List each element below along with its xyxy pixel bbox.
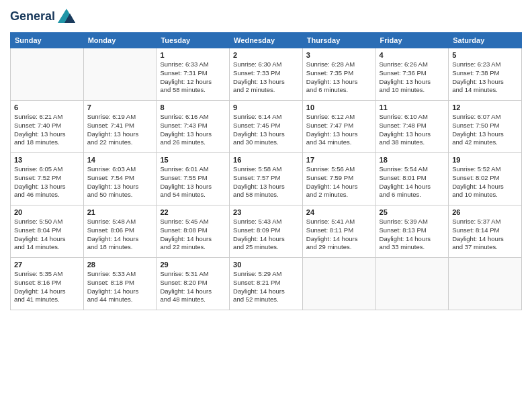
day-info: Sunrise: 5:43 AMSunset: 8:09 PMDaylight:… [233, 218, 299, 252]
calendar-cell: 2Sunrise: 6:30 AMSunset: 7:33 PMDaylight… [230, 48, 303, 101]
calendar-cell: 25Sunrise: 5:39 AMSunset: 8:13 PMDayligh… [375, 205, 449, 258]
calendar-cell: 20Sunrise: 5:50 AMSunset: 8:04 PMDayligh… [11, 205, 84, 258]
weekday-header: Monday [83, 33, 157, 48]
day-number: 18 [380, 156, 445, 164]
calendar-cell: 3Sunrise: 6:28 AMSunset: 7:35 PMDaylight… [302, 48, 375, 101]
day-info: Sunrise: 5:29 AMSunset: 8:21 PMDaylight:… [233, 270, 299, 304]
day-number: 6 [14, 103, 80, 111]
day-number: 10 [306, 103, 372, 111]
day-number: 8 [160, 103, 226, 111]
calendar-cell: 19Sunrise: 5:52 AMSunset: 8:02 PMDayligh… [449, 153, 522, 205]
page: General SundayMondayTuesdayWednesdayThur… [0, 0, 532, 411]
day-number: 23 [233, 208, 299, 216]
day-info: Sunrise: 6:03 AMSunset: 7:54 PMDaylight:… [87, 165, 153, 199]
day-info: Sunrise: 5:35 AMSunset: 8:16 PMDaylight:… [14, 270, 80, 304]
calendar-cell: 14Sunrise: 6:03 AMSunset: 7:54 PMDayligh… [83, 153, 157, 205]
day-number: 13 [14, 156, 80, 164]
calendar-cell: 17Sunrise: 5:56 AMSunset: 7:59 PMDayligh… [302, 153, 375, 205]
day-info: Sunrise: 6:12 AMSunset: 7:47 PMDaylight:… [306, 113, 372, 147]
header: General [10, 7, 522, 27]
calendar-cell: 27Sunrise: 5:35 AMSunset: 8:16 PMDayligh… [11, 258, 84, 310]
weekday-header: Wednesday [230, 33, 303, 48]
day-number: 27 [14, 261, 80, 269]
day-number: 11 [380, 103, 445, 111]
logo-icon [56, 7, 77, 27]
day-info: Sunrise: 6:14 AMSunset: 7:45 PMDaylight:… [233, 113, 299, 147]
day-number: 3 [306, 51, 372, 59]
calendar-cell [449, 258, 522, 310]
calendar-cell: 16Sunrise: 5:58 AMSunset: 7:57 PMDayligh… [230, 153, 303, 205]
day-info: Sunrise: 5:33 AMSunset: 8:18 PMDaylight:… [87, 270, 153, 304]
day-info: Sunrise: 6:10 AMSunset: 7:48 PMDaylight:… [380, 113, 445, 147]
day-info: Sunrise: 5:41 AMSunset: 8:11 PMDaylight:… [306, 218, 372, 252]
calendar-cell: 24Sunrise: 5:41 AMSunset: 8:11 PMDayligh… [302, 205, 375, 258]
logo-text: General [10, 10, 55, 24]
day-info: Sunrise: 6:21 AMSunset: 7:40 PMDaylight:… [14, 113, 80, 147]
day-number: 22 [160, 208, 226, 216]
calendar-week-row: 27Sunrise: 5:35 AMSunset: 8:16 PMDayligh… [11, 258, 522, 310]
day-info: Sunrise: 6:30 AMSunset: 7:33 PMDaylight:… [233, 60, 299, 95]
day-number: 2 [233, 51, 299, 59]
day-number: 17 [306, 156, 372, 164]
day-info: Sunrise: 5:52 AMSunset: 8:02 PMDaylight:… [452, 165, 518, 199]
day-info: Sunrise: 6:01 AMSunset: 7:55 PMDaylight:… [160, 165, 226, 199]
day-number: 5 [452, 51, 518, 59]
calendar-cell: 23Sunrise: 5:43 AMSunset: 8:09 PMDayligh… [230, 205, 303, 258]
day-info: Sunrise: 6:16 AMSunset: 7:43 PMDaylight:… [160, 113, 226, 147]
weekday-header: Tuesday [157, 33, 230, 48]
day-number: 4 [380, 51, 445, 59]
calendar-cell: 18Sunrise: 5:54 AMSunset: 8:01 PMDayligh… [375, 153, 449, 205]
day-number: 21 [87, 208, 153, 216]
weekday-header: Saturday [449, 33, 522, 48]
day-info: Sunrise: 5:50 AMSunset: 8:04 PMDaylight:… [14, 218, 80, 252]
calendar-cell [83, 48, 157, 101]
day-info: Sunrise: 5:31 AMSunset: 8:20 PMDaylight:… [160, 270, 226, 304]
day-number: 28 [87, 261, 153, 269]
calendar-cell: 1Sunrise: 6:33 AMSunset: 7:31 PMDaylight… [157, 48, 230, 101]
calendar-cell [11, 48, 84, 101]
calendar-header-row: SundayMondayTuesdayWednesdayThursdayFrid… [11, 33, 522, 48]
day-info: Sunrise: 6:26 AMSunset: 7:36 PMDaylight:… [380, 60, 445, 95]
day-number: 25 [380, 208, 445, 216]
day-info: Sunrise: 6:05 AMSunset: 7:52 PMDaylight:… [14, 165, 80, 199]
day-number: 16 [233, 156, 299, 164]
calendar-cell: 9Sunrise: 6:14 AMSunset: 7:45 PMDaylight… [230, 101, 303, 153]
day-number: 7 [87, 103, 153, 111]
calendar-cell: 13Sunrise: 6:05 AMSunset: 7:52 PMDayligh… [11, 153, 84, 205]
day-number: 12 [452, 103, 518, 111]
calendar-cell: 4Sunrise: 6:26 AMSunset: 7:36 PMDaylight… [375, 48, 449, 101]
day-info: Sunrise: 5:39 AMSunset: 8:13 PMDaylight:… [380, 218, 445, 252]
day-number: 19 [452, 156, 518, 164]
day-number: 26 [452, 208, 518, 216]
day-number: 24 [306, 208, 372, 216]
calendar-cell: 11Sunrise: 6:10 AMSunset: 7:48 PMDayligh… [375, 101, 449, 153]
calendar-cell: 5Sunrise: 6:23 AMSunset: 7:38 PMDaylight… [449, 48, 522, 101]
calendar-cell: 12Sunrise: 6:07 AMSunset: 7:50 PMDayligh… [449, 101, 522, 153]
calendar-cell: 30Sunrise: 5:29 AMSunset: 8:21 PMDayligh… [230, 258, 303, 310]
day-info: Sunrise: 6:07 AMSunset: 7:50 PMDaylight:… [452, 113, 518, 147]
day-number: 15 [160, 156, 226, 164]
day-info: Sunrise: 5:58 AMSunset: 7:57 PMDaylight:… [233, 165, 299, 199]
calendar-cell: 15Sunrise: 6:01 AMSunset: 7:55 PMDayligh… [157, 153, 230, 205]
day-info: Sunrise: 5:54 AMSunset: 8:01 PMDaylight:… [380, 165, 445, 199]
calendar-week-row: 1Sunrise: 6:33 AMSunset: 7:31 PMDaylight… [11, 48, 522, 101]
calendar-cell: 28Sunrise: 5:33 AMSunset: 8:18 PMDayligh… [83, 258, 157, 310]
calendar-cell: 6Sunrise: 6:21 AMSunset: 7:40 PMDaylight… [11, 101, 84, 153]
calendar-cell: 7Sunrise: 6:19 AMSunset: 7:41 PMDaylight… [83, 101, 157, 153]
calendar-cell: 29Sunrise: 5:31 AMSunset: 8:20 PMDayligh… [157, 258, 230, 310]
calendar-week-row: 13Sunrise: 6:05 AMSunset: 7:52 PMDayligh… [11, 153, 522, 205]
day-info: Sunrise: 5:37 AMSunset: 8:14 PMDaylight:… [452, 218, 518, 252]
day-info: Sunrise: 5:48 AMSunset: 8:06 PMDaylight:… [87, 218, 153, 252]
calendar-week-row: 6Sunrise: 6:21 AMSunset: 7:40 PMDaylight… [11, 101, 522, 153]
day-info: Sunrise: 6:19 AMSunset: 7:41 PMDaylight:… [87, 113, 153, 147]
day-info: Sunrise: 6:23 AMSunset: 7:38 PMDaylight:… [452, 60, 518, 95]
calendar-cell: 10Sunrise: 6:12 AMSunset: 7:47 PMDayligh… [302, 101, 375, 153]
day-number: 30 [233, 261, 299, 269]
calendar-cell: 8Sunrise: 6:16 AMSunset: 7:43 PMDaylight… [157, 101, 230, 153]
weekday-header: Sunday [11, 33, 84, 48]
day-info: Sunrise: 6:28 AMSunset: 7:35 PMDaylight:… [306, 60, 372, 95]
calendar-cell: 26Sunrise: 5:37 AMSunset: 8:14 PMDayligh… [449, 205, 522, 258]
day-number: 29 [160, 261, 226, 269]
calendar-cell [375, 258, 449, 310]
day-info: Sunrise: 5:45 AMSunset: 8:08 PMDaylight:… [160, 218, 226, 252]
